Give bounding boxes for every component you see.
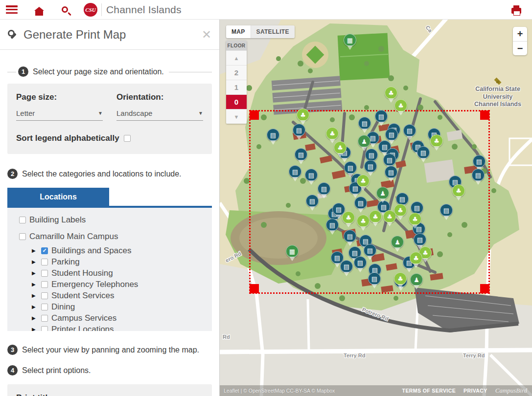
csu-logo[interactable]: CSU (84, 3, 97, 17)
location-checkbox[interactable] (41, 270, 48, 277)
building-marker[interactable]: ▤ (396, 193, 409, 205)
building-marker[interactable]: ▤ (305, 169, 318, 181)
print-icon[interactable] (511, 8, 521, 14)
location-item[interactable]: ▶Emergency Telephones (19, 279, 212, 290)
location-checkbox[interactable]: ✓ (41, 247, 48, 254)
expand-arrow-icon[interactable]: ▶ (32, 270, 38, 276)
sort-legend-checkbox[interactable] (124, 135, 131, 142)
tree-marker[interactable]: ♣ (452, 184, 465, 197)
floor-button-▲[interactable]: ▲ (226, 50, 247, 65)
building-marker[interactable]: ▤ (340, 260, 353, 273)
location-item[interactable]: ▶Dining (19, 301, 212, 312)
tab-satellite[interactable]: SATELLITE (251, 25, 295, 38)
floor-button-1[interactable]: 1 (226, 80, 247, 94)
zoom-out-button[interactable]: − (513, 41, 527, 55)
building-marker[interactable]: ▤ (375, 110, 388, 123)
field-marker[interactable]: ▦ (344, 34, 356, 46)
people-marker[interactable]: ♟ (358, 135, 370, 148)
expand-arrow-icon[interactable]: ▶ (32, 327, 38, 331)
selection-handle-top-right[interactable] (480, 110, 489, 120)
expand-arrow-icon[interactable]: ▶ (32, 315, 38, 321)
location-item[interactable]: ▶✓Buildings and Spaces (19, 245, 212, 256)
people-marker[interactable]: ♟ (391, 236, 404, 248)
building-marker[interactable]: ▤ (473, 155, 486, 168)
location-item[interactable]: ▶Student Services (19, 290, 212, 301)
location-checkbox[interactable] (19, 217, 26, 223)
page-size-select[interactable]: Letter ▼ (16, 109, 103, 121)
building-marker[interactable]: ▤ (411, 201, 423, 214)
building-marker[interactable]: ▤ (295, 148, 307, 161)
building-marker[interactable]: ▤ (440, 204, 453, 217)
tree-marker[interactable]: ♣ (326, 127, 339, 140)
building-marker[interactable]: ▤ (344, 230, 356, 242)
close-icon[interactable]: ✕ (202, 29, 211, 41)
tree-marker[interactable]: ♣ (334, 141, 347, 154)
selection-handle-top-left[interactable] (250, 110, 259, 120)
location-item[interactable]: Camarillo Main Campus (19, 228, 212, 245)
tree-marker[interactable]: ♣ (394, 99, 407, 112)
tree-marker[interactable]: ♣ (357, 175, 370, 187)
building-marker[interactable]: ▤ (364, 160, 377, 173)
location-checkbox[interactable] (41, 326, 48, 331)
orientation-select[interactable]: Landscape ▼ (116, 109, 203, 121)
building-marker[interactable]: ▤ (364, 244, 376, 257)
tree-marker[interactable]: ♣ (385, 87, 397, 99)
tree-marker[interactable]: ♣ (394, 272, 407, 285)
expand-arrow-icon[interactable]: ▶ (32, 248, 38, 253)
floor-button-▼[interactable]: ▼ (226, 109, 247, 124)
building-marker[interactable]: ▤ (306, 195, 319, 207)
zoom-in-button[interactable]: + (513, 27, 527, 41)
field-marker[interactable]: ▦ (286, 245, 299, 258)
search-icon[interactable] (62, 6, 68, 13)
tree-marker[interactable]: ♣ (410, 252, 422, 264)
location-checkbox[interactable] (41, 281, 48, 288)
location-checkbox[interactable] (41, 292, 48, 299)
building-marker[interactable]: ▤ (368, 272, 381, 285)
selection-handle-bottom-right[interactable] (480, 284, 489, 293)
location-checkbox[interactable] (41, 304, 48, 310)
terms-of-service-link[interactable]: TERMS OF SERVICE (402, 388, 456, 394)
location-checkbox[interactable] (41, 259, 48, 265)
building-marker[interactable]: ▤ (472, 169, 485, 181)
tree-marker[interactable]: ♣ (342, 211, 355, 224)
building-marker[interactable]: ▤ (354, 256, 367, 269)
location-checkbox[interactable] (41, 315, 48, 322)
building-marker[interactable]: ▤ (318, 182, 330, 195)
expand-arrow-icon[interactable]: ▶ (32, 259, 38, 264)
location-item[interactable]: ▶Student Housing (19, 267, 212, 279)
expand-arrow-icon[interactable]: ▶ (32, 282, 38, 287)
tree-marker[interactable]: ♣ (369, 210, 382, 223)
building-marker[interactable]: ▤ (354, 197, 367, 209)
home-icon[interactable] (35, 11, 43, 16)
privacy-link[interactable]: PRIVACY (463, 388, 487, 394)
building-marker[interactable]: ▤ (289, 165, 301, 178)
location-item[interactable]: ▶Campus Services (19, 312, 212, 324)
menu-icon[interactable] (6, 5, 18, 14)
building-marker[interactable]: ▤ (403, 124, 416, 137)
tree-marker[interactable]: ♣ (409, 213, 421, 225)
building-marker[interactable]: ▤ (344, 161, 357, 174)
building-marker[interactable]: ▤ (267, 129, 279, 141)
building-marker[interactable]: ▤ (385, 166, 397, 178)
tree-marker[interactable]: ♣ (430, 134, 443, 147)
expand-arrow-icon[interactable]: ▶ (32, 304, 38, 309)
expand-arrow-icon[interactable]: ▶ (32, 293, 38, 298)
building-marker[interactable]: ▤ (417, 146, 430, 159)
location-item[interactable]: Building Labels (19, 212, 212, 228)
building-marker[interactable]: ▤ (383, 154, 396, 166)
people-marker[interactable]: ♟ (376, 187, 389, 199)
tab-locations[interactable]: Locations (7, 188, 109, 206)
floor-button-2[interactable]: 2 (226, 65, 247, 80)
building-marker[interactable]: ▤ (414, 233, 426, 246)
tree-marker[interactable]: ♣ (357, 215, 370, 227)
tree-marker[interactable]: ♣ (394, 204, 407, 217)
people-marker[interactable]: ♟ (410, 273, 423, 286)
tree-marker[interactable]: ♣ (297, 109, 309, 121)
tab-map[interactable]: MAP (226, 25, 251, 38)
floor-button-0[interactable]: 0 (226, 94, 247, 109)
map-canvas[interactable]: Terry RdTerry RdRdero RdPotrero RdCa ▤▤▤… (220, 20, 532, 396)
selection-handle-bottom-left[interactable] (250, 284, 259, 293)
building-marker[interactable]: ▤ (385, 128, 398, 141)
location-item[interactable]: ▶Printer Locations (19, 324, 212, 331)
location-checkbox[interactable] (19, 233, 26, 240)
